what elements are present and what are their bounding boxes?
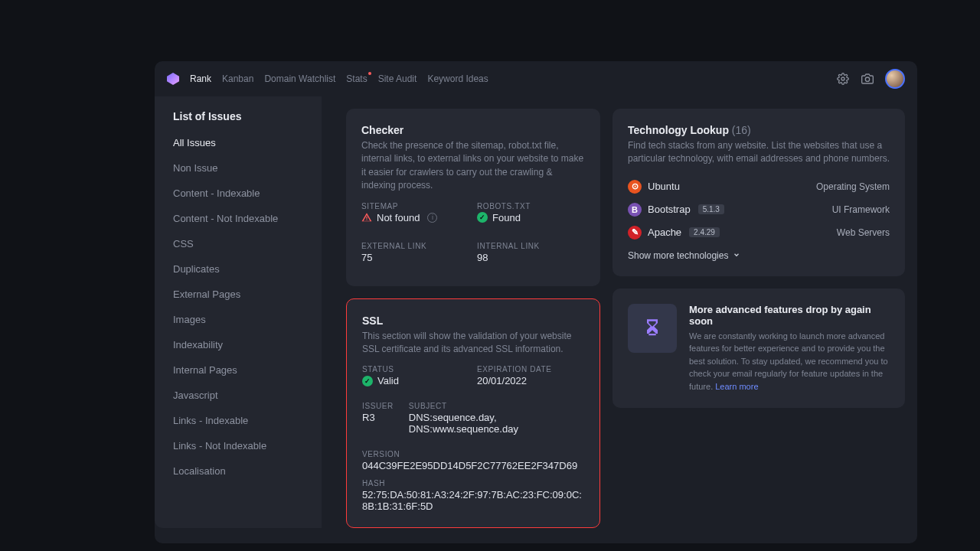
sitemap-value: Not found	[377, 212, 420, 223]
learn-more-link[interactable]: Learn more	[715, 382, 758, 391]
sidebar-item-css[interactable]: CSS	[155, 231, 322, 256]
promo-body: We are constantly working to launch more…	[689, 330, 890, 393]
sidebar-item-indexability[interactable]: Indexability	[155, 332, 322, 357]
nav-site-audit[interactable]: Site Audit	[378, 73, 417, 84]
technology-lookup-card: Technology Lookup (16) Find tech stacks …	[612, 109, 905, 276]
external-link-label: EXTERNAL LINK	[361, 242, 469, 250]
sidebar-item-internal-pages[interactable]: Internal Pages	[155, 357, 322, 383]
sitemap-label: SITEMAP	[361, 202, 469, 210]
ssl-status-value: Valid	[377, 375, 399, 386]
tech-row-ubuntu[interactable]: ⊙UbuntuOperating System	[628, 175, 890, 198]
ssl-hash-value: 52:75:DA:50:81:A3:24:2F:97:7B:AC:23:FC:0…	[362, 489, 584, 512]
svg-point-1	[865, 77, 869, 81]
svg-rect-2	[366, 217, 367, 219]
checker-title: Checker	[361, 124, 585, 136]
tech-version-badge: 5.1.3	[698, 204, 724, 214]
checker-card: Checker Check the presence of the sitema…	[346, 109, 600, 286]
user-avatar[interactable]	[885, 69, 905, 89]
svg-point-0	[841, 77, 844, 80]
tech-title: Technology Lookup (16)	[628, 124, 890, 136]
sidebar-item-localisation[interactable]: Localisation	[155, 458, 322, 484]
ssl-issuer-value: R3	[362, 412, 394, 423]
sidebar-item-non-issue[interactable]: Non Issue	[155, 155, 322, 181]
external-link-value: 75	[361, 252, 469, 263]
check-icon	[477, 212, 488, 223]
tech-name: Ubuntu	[648, 181, 680, 192]
ssl-subject-value: DNS:sequence.day, DNS:www.sequence.day	[409, 412, 584, 435]
main-nav: RankKanbanDomain WatchlistStatsSite Audi…	[190, 73, 488, 84]
promo-card: More advanced features drop by again soo…	[612, 289, 905, 409]
ssl-desc: This section will show the validation of…	[362, 330, 584, 357]
sidebar-item-content-not-indexable[interactable]: Content - Not Indexable	[155, 206, 322, 231]
nav-kanban[interactable]: Kanban	[222, 73, 253, 84]
sidebar-item-links-indexable[interactable]: Links - Indexable	[155, 408, 322, 433]
warning-icon	[361, 212, 372, 223]
sidebar-item-images[interactable]: Images	[155, 307, 322, 332]
tech-row-apache[interactable]: ✎Apache2.4.29Web Servers	[628, 221, 890, 244]
sidebar-item-content-indexable[interactable]: Content - Indexable	[155, 181, 322, 206]
sidebar-item-javascript[interactable]: Javascript	[155, 383, 322, 408]
sidebar-item-all-issues[interactable]: All Issues	[155, 130, 322, 155]
ssl-version-value: 044C39FE2E95DD14D5F2C77762EE2F347D69	[362, 460, 584, 471]
info-icon[interactable]: i	[427, 213, 437, 223]
tech-row-bootstrap[interactable]: BBootstrap5.1.3UI Framework	[628, 198, 890, 221]
hourglass-icon	[628, 304, 677, 353]
logo-icon	[167, 73, 179, 85]
robots-value: Found	[492, 212, 521, 223]
ssl-expiry-value: 20/01/2022	[477, 375, 584, 386]
ssl-issuer-label: ISSUER	[362, 402, 394, 410]
ssl-title: SSL	[362, 315, 584, 327]
sidebar-item-duplicates[interactable]: Duplicates	[155, 256, 322, 282]
topbar: RankKanbanDomain WatchlistStatsSite Audi…	[155, 61, 917, 96]
internal-link-label: INTERNAL LINK	[477, 242, 585, 250]
checker-desc: Check the presence of the sitemap, robot…	[361, 139, 585, 193]
ssl-status-label: STATUS	[362, 365, 469, 373]
sidebar-item-external-pages[interactable]: External Pages	[155, 282, 322, 307]
ssl-version-label: VERSION	[362, 450, 584, 458]
ssl-subject-label: SUBJECT	[409, 402, 584, 410]
sidebar: List of Issues All IssuesNon IssueConten…	[155, 96, 322, 528]
show-more-technologies[interactable]: Show more technologies	[628, 250, 890, 261]
tech-category: Operating System	[816, 181, 890, 192]
camera-icon[interactable]	[861, 72, 874, 86]
nav-domain-watchlist[interactable]: Domain Watchlist	[264, 73, 335, 84]
tech-category: UI Framework	[832, 204, 890, 215]
promo-title: More advanced features drop by again soo…	[689, 304, 890, 327]
chevron-down-icon	[733, 250, 740, 261]
nav-rank[interactable]: Rank	[190, 73, 211, 84]
app-window: RankKanbanDomain WatchlistStatsSite Audi…	[155, 61, 917, 543]
tech-version-badge: 2.4.29	[689, 227, 720, 237]
tech-desc: Find tech stacks from any website. List …	[628, 139, 890, 166]
tech-name: Apache	[648, 227, 681, 238]
tech-icon: ⊙	[628, 180, 642, 194]
nav-keyword-ideas[interactable]: Keyword Ideas	[427, 73, 488, 84]
svg-rect-3	[366, 219, 367, 220]
tech-category: Web Servers	[837, 227, 890, 238]
ssl-expiry-label: EXPIRATION DATE	[477, 365, 584, 373]
robots-label: ROBOTS.TXT	[477, 202, 585, 210]
ssl-card: SSL This section will show the validatio…	[346, 298, 600, 529]
check-icon	[362, 376, 373, 386]
nav-stats[interactable]: Stats	[346, 73, 367, 84]
tech-icon: B	[628, 203, 642, 217]
ssl-hash-label: HASH	[362, 479, 584, 487]
internal-link-value: 98	[477, 252, 585, 263]
sidebar-title: List of Issues	[155, 110, 322, 130]
tech-icon: ✎	[628, 226, 642, 240]
sidebar-item-links-not-indexable[interactable]: Links - Not Indexable	[155, 433, 322, 458]
tech-count: (16)	[732, 124, 751, 136]
tech-name: Bootstrap	[648, 204, 691, 215]
settings-icon[interactable]	[836, 72, 850, 86]
